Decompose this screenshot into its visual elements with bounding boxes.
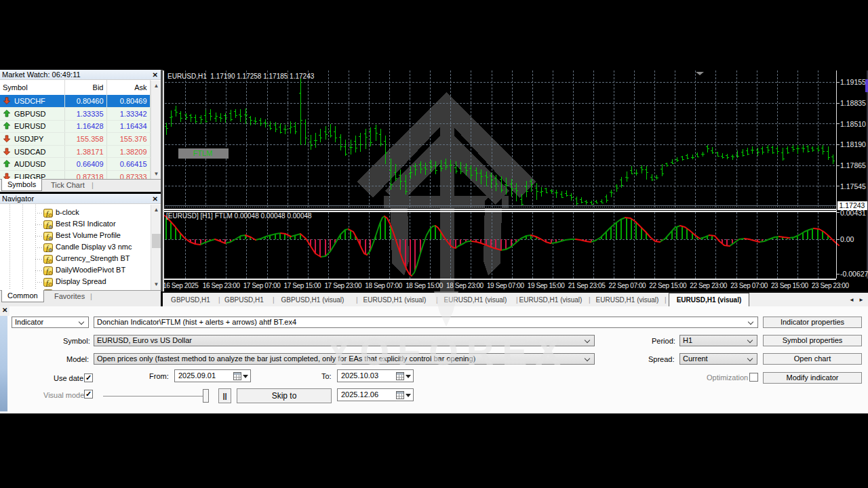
svg-text:23 Sep 15:00: 23 Sep 15:00 xyxy=(771,282,809,289)
svg-text:0.00: 0.00 xyxy=(840,235,854,243)
svg-text:23 Sep 23:00: 23 Sep 23:00 xyxy=(812,282,850,289)
svg-text:18 Sep 07:00: 18 Sep 07:00 xyxy=(365,282,403,289)
svg-text:16 Sep 23:00: 16 Sep 23:00 xyxy=(203,282,241,289)
svg-text:21 Sep 23:05: 21 Sep 23:05 xyxy=(568,282,606,289)
svg-text:16 Sep 2025: 16 Sep 2025 xyxy=(163,282,199,289)
svg-text:1.17243: 1.17243 xyxy=(840,201,865,209)
svg-text:19 Sep 07:00: 19 Sep 07:00 xyxy=(487,282,525,289)
svg-text:17 Sep 07:00: 17 Sep 07:00 xyxy=(243,282,281,289)
svg-text:[EURUSD] [H1] FTLM 0.00048 0.0: [EURUSD] [H1] FTLM 0.00048 0.00048 0.000… xyxy=(166,212,312,220)
svg-text:1.17865: 1.17865 xyxy=(840,161,866,169)
svg-text:19 Sep 15:00: 19 Sep 15:00 xyxy=(528,282,566,289)
svg-text:22 Sep 15:00: 22 Sep 15:00 xyxy=(649,282,687,289)
svg-text:22 Sep 07:00: 22 Sep 07:00 xyxy=(609,282,647,289)
svg-text:23 Sep 07:00: 23 Sep 07:00 xyxy=(730,282,768,289)
svg-text:22 Sep 23:00: 22 Sep 23:00 xyxy=(690,282,728,289)
svg-text:17 Sep 23:00: 17 Sep 23:00 xyxy=(324,282,362,289)
svg-text:1.18190: 1.18190 xyxy=(840,140,866,148)
svg-text:-0.00627: -0.00627 xyxy=(840,270,868,278)
svg-text:1.18510: 1.18510 xyxy=(840,120,866,128)
svg-text:18 Sep 23:00: 18 Sep 23:00 xyxy=(446,282,484,289)
svg-text:18 Sep 15:00: 18 Sep 15:00 xyxy=(406,282,443,289)
svg-text:FTLM: FTLM xyxy=(193,149,213,157)
svg-text:1.18835: 1.18835 xyxy=(840,99,866,107)
svg-text:EURUSD,H1 1.17190 1.17258 1.1: EURUSD,H1 1.17190 1.17258 1.17185 1.1724… xyxy=(167,73,315,80)
svg-text:17 Sep 15:00: 17 Sep 15:00 xyxy=(284,282,322,289)
svg-text:1.19155: 1.19155 xyxy=(840,78,866,86)
svg-text:1.17545: 1.17545 xyxy=(840,182,866,190)
